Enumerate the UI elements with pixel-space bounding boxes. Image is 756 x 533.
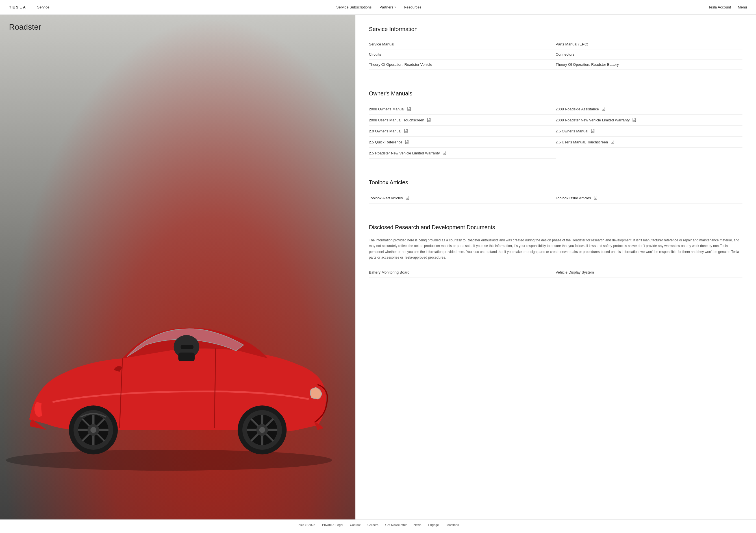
header: TESLA | Service Service Subscriptions Pa… — [0, 0, 756, 15]
footer-private-legal[interactable]: Private & Legal — [322, 523, 343, 526]
tesla-account-link[interactable]: Tesla Account — [708, 5, 731, 9]
toolbox-articles-grid: Toolbox Alert Articles Toolbox Issue Art… — [369, 192, 742, 204]
header-right: Tesla Account Menu — [708, 5, 747, 9]
25-owners-manual-label: 2.5 Owner's Manual — [556, 129, 588, 133]
pdf-icon — [632, 117, 637, 122]
2008-owners-manual-label: 2008 Owner's Manual — [369, 107, 405, 111]
toolbox-alert-link[interactable]: Toolbox Alert Articles — [369, 192, 556, 204]
25-users-touchscreen-link[interactable]: 2.5 User's Manual, Touchscreen — [556, 137, 742, 148]
service-manual-link[interactable]: Service Manual — [369, 39, 556, 49]
pdf-icon — [405, 195, 410, 200]
pdf-icon — [601, 106, 606, 112]
2008-warranty-label: 2008 Roadster New Vehicle Limited Warran… — [556, 118, 630, 122]
main-layout: Roadster — [0, 15, 756, 520]
footer-newsletter[interactable]: Get NewsLetter — [385, 523, 407, 526]
connectors-link[interactable]: Connectors — [556, 49, 742, 60]
owners-manuals-section: Owner's Manuals 2008 Owner's Manual 20 — [369, 90, 742, 159]
content-area: Service Information Service Manual Parts… — [355, 15, 756, 520]
page-title: Roadster — [9, 23, 41, 32]
footer-careers[interactable]: Careers — [367, 523, 378, 526]
toolbox-issue-label: Toolbox Issue Articles — [556, 196, 591, 200]
toolbox-articles-section: Toolbox Articles Toolbox Alert Articles — [369, 179, 742, 204]
pdf-icon — [427, 117, 432, 122]
25-users-touchscreen-label: 2.5 User's Manual, Touchscreen — [556, 140, 608, 144]
menu-link[interactable]: Menu — [738, 5, 747, 9]
vehicle-display-link[interactable]: Vehicle Display System — [556, 267, 742, 277]
hero-car-image — [0, 191, 355, 520]
2008-warranty-link[interactable]: 2008 Roadster New Vehicle Limited Warran… — [556, 114, 742, 126]
owners-manuals-title: Owner's Manuals — [369, 90, 742, 97]
header-left: TESLA | Service — [9, 4, 49, 10]
service-information-title: Service Information — [369, 26, 742, 33]
2008-users-manual-link[interactable]: 2008 User's Manual, Touchscreen — [369, 114, 556, 126]
tesla-logo: TESLA — [9, 5, 27, 9]
25-warranty-label: 2.5 Roadster New Vehicle Limited Warrant… — [369, 151, 440, 155]
pdf-icon — [590, 128, 596, 134]
pdf-icon — [407, 106, 412, 112]
theory-vehicle-link[interactable]: Theory Of Operation: Roadster Vehicle — [369, 60, 556, 70]
footer-locations[interactable]: Locations — [446, 523, 459, 526]
footer: Tesla © 2023 Private & Legal Contact Car… — [0, 520, 756, 530]
rnd-grid: Battery Monitoring Board Vehicle Display… — [369, 267, 742, 277]
toolbox-alert-label: Toolbox Alert Articles — [369, 196, 403, 200]
svg-point-9 — [91, 427, 96, 433]
footer-news[interactable]: News — [414, 523, 421, 526]
pdf-icon — [405, 140, 410, 144]
section-divider-3 — [369, 215, 742, 215]
footer-contact[interactable]: Contact — [350, 523, 361, 526]
rnd-section: Disclosed Research and Development Docum… — [369, 224, 742, 277]
header-nav: Service Subscriptions Partners Resources — [336, 5, 421, 9]
20-owners-manual-label: 2.0 Owner's Manual — [369, 129, 401, 133]
footer-copyright: Tesla © 2023 — [297, 523, 315, 526]
service-information-section: Service Information Service Manual Parts… — [369, 26, 742, 70]
owners-manuals-grid: 2008 Owner's Manual 2008 Roadside Assist… — [369, 104, 742, 159]
25-quick-ref-link[interactable]: 2.5 Quick Reference — [369, 137, 556, 148]
2008-roadside-label: 2008 Roadside Assistance — [556, 107, 599, 111]
toolbox-articles-title: Toolbox Articles — [369, 179, 742, 186]
pdf-icon — [442, 150, 447, 156]
header-service-label: Service — [37, 5, 49, 9]
2008-users-manual-label: 2008 User's Manual, Touchscreen — [369, 118, 424, 122]
2008-owners-manual-link[interactable]: 2008 Owner's Manual — [369, 104, 556, 114]
circuits-link[interactable]: Circuits — [369, 49, 556, 60]
rnd-title: Disclosed Research and Development Docum… — [369, 224, 742, 231]
pdf-icon — [404, 128, 409, 134]
rnd-description: The information provided here is being p… — [369, 238, 742, 261]
svg-rect-20 — [178, 353, 195, 361]
theory-battery-link[interactable]: Theory Of Operation: Roadster Battery — [556, 60, 742, 70]
footer-engage[interactable]: Engage — [428, 523, 439, 526]
20-owners-manual-link[interactable]: 2.0 Owner's Manual — [369, 126, 556, 137]
nav-resources[interactable]: Resources — [404, 5, 421, 9]
hero-section: Roadster — [0, 15, 355, 520]
25-owners-manual-link[interactable]: 2.5 Owner's Manual — [556, 126, 742, 137]
service-information-grid: Service Manual Parts Manual (EPC) Circui… — [369, 39, 742, 70]
2008-roadside-link[interactable]: 2008 Roadside Assistance — [556, 104, 742, 114]
toolbox-issue-link[interactable]: Toolbox Issue Articles — [556, 192, 742, 204]
header-divider: | — [31, 4, 33, 10]
parts-manual-link[interactable]: Parts Manual (EPC) — [556, 39, 742, 49]
nav-partners[interactable]: Partners — [379, 5, 396, 9]
pdf-icon — [593, 195, 598, 200]
25-quick-ref-label: 2.5 Quick Reference — [369, 140, 403, 144]
25-warranty-link[interactable]: 2.5 Roadster New Vehicle Limited Warrant… — [369, 148, 556, 159]
section-divider-1 — [369, 81, 742, 81]
nav-service-subscriptions[interactable]: Service Subscriptions — [336, 5, 371, 9]
svg-point-0 — [6, 450, 332, 470]
battery-monitoring-link[interactable]: Battery Monitoring Board — [369, 267, 556, 277]
svg-point-18 — [259, 427, 265, 433]
svg-rect-21 — [180, 345, 193, 349]
pdf-icon — [610, 140, 615, 144]
